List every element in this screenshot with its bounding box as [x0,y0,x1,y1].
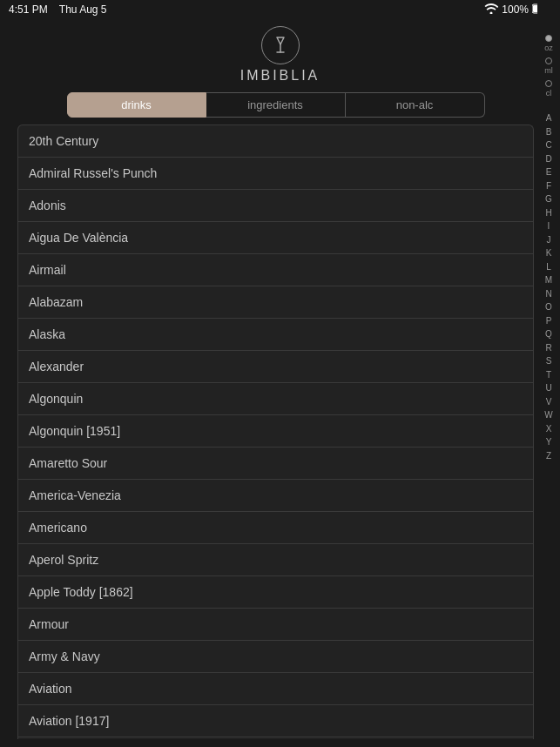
alpha-n[interactable]: N [540,287,557,301]
alpha-u[interactable]: U [540,381,557,395]
app-title: IMBIBLIA [240,68,320,84]
alpha-l[interactable]: L [540,260,557,274]
unit-oz-dot[interactable] [545,35,552,42]
alpha-k[interactable]: K [540,246,557,260]
wifi-icon [484,3,498,17]
status-bar: 4:51 PM Thu Aug 5 100% [0,0,560,19]
drink-list-item[interactable]: Aviation [17,672,534,704]
unit-ml-label[interactable]: ml [544,66,553,75]
drink-list-item[interactable]: Admiral Russel's Punch [17,157,534,189]
app-logo [261,26,300,64]
drink-list-item[interactable]: Army & Navy [17,640,534,672]
tab-ingredients[interactable]: ingredients [206,92,346,118]
drink-list-item[interactable]: Amaretto Sour [17,447,534,479]
alpha-x[interactable]: X [540,422,557,436]
unit-oz-label[interactable]: oz [544,44,553,52]
status-time-date: 4:51 PM Thu Aug 5 [9,3,107,16]
alpha-j[interactable]: J [540,233,557,247]
alpha-g[interactable]: G [540,192,557,206]
battery-label: 100% [502,3,529,16]
alpha-f[interactable]: F [540,179,557,193]
alpha-z[interactable]: Z [540,449,557,463]
drink-list-item[interactable]: 20th Century [17,124,534,157]
drink-list-item[interactable]: Americano [17,511,534,543]
drink-list-item[interactable]: Alabazam [17,286,534,318]
drink-list-item[interactable]: Algonquin [1951] [17,414,534,447]
drink-list-item[interactable]: Apple Toddy [1862] [17,575,534,608]
alphabetical-index[interactable]: ABCDEFGHIJKLMNOPQRSTUVWXYZ [540,111,557,462]
drink-list-item[interactable]: Aperol Spritz [17,543,534,575]
alpha-b[interactable]: B [540,125,557,139]
tab-bar[interactable]: drinks ingredients non-alc [17,92,534,118]
alpha-y[interactable]: Y [540,435,557,449]
alpha-h[interactable]: H [540,206,557,220]
drink-list-item[interactable]: Bacardi Cocktail [17,737,534,739]
unit-cl-dot[interactable] [545,80,552,87]
alpha-a[interactable]: A [540,111,557,125]
drink-list: 20th CenturyAdmiral Russel's PunchAdonis… [17,124,534,739]
alpha-q[interactable]: Q [540,327,557,341]
right-sidebar: oz ml cl ABCDEFGHIJKLMNOPQRSTUVWXYZ [537,0,560,747]
unit-ml-dot[interactable] [545,57,552,64]
drink-list-item[interactable]: Adonis [17,189,534,221]
alpha-i[interactable]: I [540,219,557,233]
alpha-r[interactable]: R [540,341,557,355]
alpha-s[interactable]: S [540,354,557,368]
tab-drinks[interactable]: drinks [67,92,206,118]
alpha-p[interactable]: P [540,314,557,328]
drink-list-item[interactable]: Aigua De València [17,221,534,253]
alpha-m[interactable]: M [540,273,557,287]
unit-selector[interactable]: oz ml cl [544,35,553,98]
alpha-w[interactable]: W [540,408,557,422]
unit-cl-label[interactable]: cl [546,89,552,98]
drink-list-item[interactable]: Alaska [17,318,534,350]
alpha-o[interactable]: O [540,300,557,314]
app-header: IMBIBLIA [0,19,560,92]
drink-list-item[interactable]: Armour [17,608,534,640]
alpha-d[interactable]: D [540,152,557,166]
drink-list-item[interactable]: Algonquin [17,382,534,414]
alpha-t[interactable]: T [540,368,557,382]
alpha-v[interactable]: V [540,395,557,409]
tab-non-alc[interactable]: non-alc [346,92,485,118]
alpha-e[interactable]: E [540,165,557,179]
drink-list-container[interactable]: 20th CenturyAdmiral Russel's PunchAdonis… [17,124,534,739]
alpha-c[interactable]: C [540,138,557,152]
drink-list-item[interactable]: Aviation [1917] [17,704,534,737]
drink-list-item[interactable]: America-Venezia [17,479,534,511]
drink-list-item[interactable]: Alexander [17,350,534,382]
drink-list-item[interactable]: Airmail [17,253,534,286]
